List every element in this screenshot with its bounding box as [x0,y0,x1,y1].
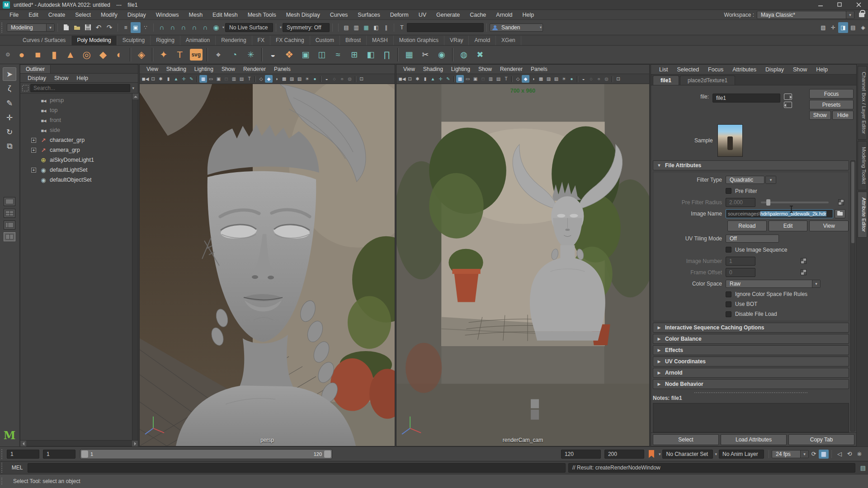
viewport-separator[interactable] [511,76,513,82]
move-tool-icon[interactable]: ✛ [3,111,16,124]
viewport-menu-item[interactable]: View [399,66,419,72]
outliner-toggle-icon[interactable]: ▧ [818,22,828,33]
symmetry-field[interactable]: Symmetry: Off [283,23,330,32]
poly-sphere-icon[interactable]: ● [14,47,29,62]
attribute-editor-toggle-icon[interactable]: ◨ [838,22,848,33]
type-tool-icon[interactable]: T [172,47,188,62]
conform-icon[interactable]: ≈ [330,47,346,62]
layout-single-pane-button[interactable] [4,197,15,206]
image-name-field[interactable]: sourceimages\hdri\palermo_sidewalk_2k.hd… [726,209,833,218]
viewport-menu-item[interactable]: Shading [162,66,190,72]
dof-icon[interactable]: ◍ [603,75,610,83]
mute-audio-icon[interactable]: ◁ [835,450,844,459]
bookmark-icon[interactable]: ▮ [165,75,172,83]
presets-button[interactable]: Presets [809,100,854,109]
field-chart-icon[interactable]: ▥ [230,75,238,83]
command-language-label[interactable]: MEL [7,465,28,471]
poly-cylinder-icon[interactable]: ▮ [47,47,62,62]
animation-start-field[interactable]: 1 [7,450,39,459]
section-header[interactable]: ▶ Arnold [653,368,849,378]
notes-textarea[interactable] [653,403,849,432]
outliner-item[interactable]: side [20,125,132,135]
section-header[interactable]: ▶ Interactive Sequence Caching Options [653,323,849,333]
selection-filter-icon[interactable] [22,85,28,91]
grid-icon[interactable]: ▦ [456,75,464,83]
make-live-icon[interactable]: ◉ [211,22,222,33]
wireframe-icon[interactable]: ◇ [257,75,265,83]
outliner-item[interactable]: front [20,115,132,125]
viewport-canvas-rendercam[interactable]: 700 x 960 renderCam_cam [396,84,649,446]
shelf-tab[interactable]: Motion Graphics [394,36,444,45]
input-connection-icon[interactable] [784,102,792,108]
user-account-dropdown[interactable]: Sanden ▾ [490,23,543,32]
select-button[interactable]: Select [653,434,719,445]
outliner-item[interactable]: aiSkyDomeLight1 [20,155,132,165]
wireframe-on-shaded-icon[interactable]: ▨ [288,75,296,83]
safe-title-icon[interactable]: T [245,75,253,83]
textured-icon[interactable]: ▩ [537,75,545,83]
use-bot-checkbox[interactable] [726,301,731,307]
film-gate-icon[interactable]: ▭ [207,75,215,83]
shelf-tab[interactable]: Poly Modeling [71,36,117,45]
chevron-down-icon[interactable]: ▾ [715,452,717,456]
save-scene-icon[interactable] [82,22,93,33]
checker-icon[interactable]: ▧ [552,75,560,83]
ipr-render-icon[interactable]: ▦ [361,22,371,33]
render-setup-icon[interactable]: ◧ [371,22,381,33]
wireframe-icon[interactable]: ◇ [514,75,522,83]
resolution-gate-icon[interactable]: ▣ [215,75,222,83]
layout-four-view-button[interactable] [4,209,15,218]
scroll-up-icon[interactable] [132,94,138,99]
maximize-button[interactable] [830,0,849,9]
combine-icon[interactable]: ▣ [298,47,313,62]
section-header[interactable]: ▶ Effects [653,345,849,355]
grease-pencil-icon[interactable]: ✎ [444,75,452,83]
viewport-menu-item[interactable]: Panels [527,66,552,72]
menu-item[interactable]: Edit Mesh [208,12,243,18]
isolate-select-icon[interactable]: ⊡ [358,75,365,83]
outliner-item[interactable]: defaultLightSet [20,165,132,175]
shelf-tab[interactable]: Bifrost [340,36,367,45]
tool-settings-toggle-icon[interactable]: ✛ [828,22,838,33]
checker-icon[interactable]: ▧ [296,75,303,83]
snap-origin-icon[interactable]: ✳ [243,47,259,62]
gate-mask-icon[interactable]: □ [222,75,230,83]
menu-item[interactable]: Mesh Tools [243,12,281,18]
wireframe-on-shaded-icon[interactable]: ▨ [545,75,552,83]
select-tool-icon[interactable]: ➤ [3,67,16,81]
focus-button[interactable]: Focus [809,89,854,99]
field-chart-icon[interactable]: ▥ [487,75,495,83]
pre-filter-radius-slider[interactable] [761,202,829,203]
menu-item[interactable]: Mesh Display [281,12,325,18]
command-input[interactable] [28,463,566,473]
scroll-left-icon[interactable] [20,441,26,446]
quad-draw-icon[interactable]: ▦ [401,47,417,62]
shelf-tab[interactable]: Rigging [151,36,180,45]
menu-item[interactable]: Modify [96,12,123,18]
motion-blur-icon[interactable]: ◌ [330,75,338,83]
anim-layer-field[interactable]: No Anim Layer [719,450,764,459]
view-button[interactable]: View [809,221,849,231]
disable-file-load-checkbox[interactable] [726,311,731,317]
frame-offset-field[interactable]: 0 [726,268,755,277]
playback-loop-icon[interactable]: ⟳ [809,450,819,459]
mirror-icon[interactable]: ◒ [265,47,281,62]
rotate-tool-icon[interactable]: ↻ [3,125,16,139]
extrude-icon[interactable]: ⊞ [347,47,362,62]
viewport-separator[interactable] [612,76,613,82]
viewport-separator[interactable] [255,76,256,82]
shelf-separator[interactable] [261,48,263,61]
viewport-menu-item[interactable]: Renderer [496,66,527,72]
menu-item[interactable]: Cache [465,12,491,18]
color-space-dropdown[interactable]: Raw ▾ [726,280,821,288]
menu-item[interactable]: UV [414,12,431,18]
viewport-menu-item[interactable]: View [142,66,162,72]
shelf-separator[interactable] [130,48,131,61]
lasso-tool-icon[interactable]: ζ [3,82,16,95]
close-button[interactable] [849,0,868,9]
default-material-icon[interactable]: ◑ [273,75,280,83]
ae-menu-item[interactable]: Help [811,66,832,73]
target-weld-icon[interactable]: ◉ [434,47,449,62]
ae-menu-item[interactable]: Selected [672,66,703,73]
shelf-tab[interactable]: FX Caching [270,36,310,45]
